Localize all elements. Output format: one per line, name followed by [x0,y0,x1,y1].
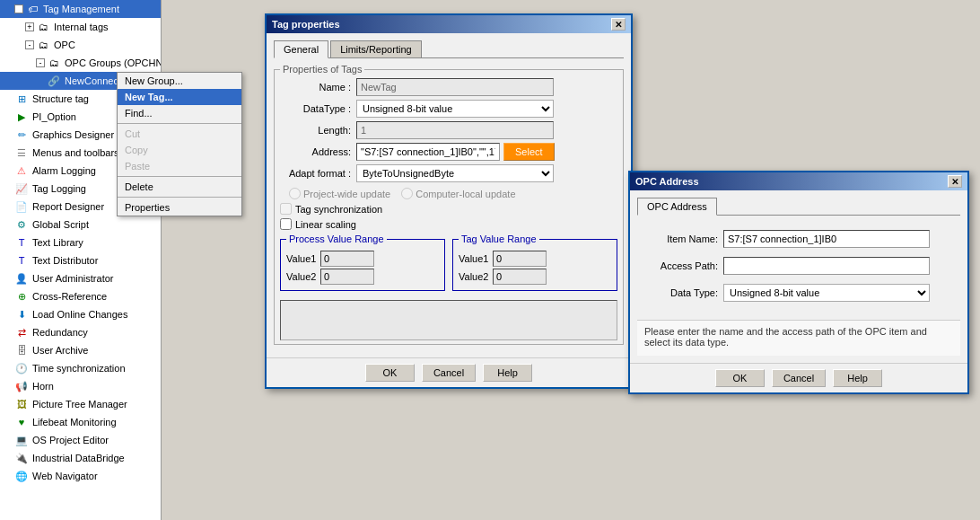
sidebar-item-tag-management[interactable]: - 🏷 Tag Management [0,0,161,18]
pvr-value2-input[interactable] [320,269,374,285]
sidebar-item-horn[interactable]: 📢 Horn [0,377,161,395]
opc-address-status-text: Please enter the name and the access pat… [637,320,960,356]
name-input[interactable] [356,78,554,96]
tag-properties-ok-btn[interactable]: OK [365,364,415,382]
data-type-select[interactable]: Unsigned 8-bit value [723,284,930,302]
sidebar-label: User Archive [32,345,88,356]
sidebar-item-user-archive[interactable]: 🗄 User Archive [0,341,161,359]
linear-scaling-checkbox[interactable] [280,218,292,230]
sidebar-item-opc-groups[interactable]: - 🗂 OPC Groups (OPCHN Unit #1) [0,54,161,72]
context-menu-sep1 [118,123,241,124]
opc-address-content: OPC Address Item Name: Access Path: Data… [630,190,967,363]
sidebar-label: Report Designer [32,201,104,212]
sidebar-item-lifebeat-monitoring[interactable]: ♥ Lifebeat Monitoring [0,413,161,431]
sidebar-label: Structure tag [32,93,89,104]
tag-value-range: Tag Value Range Value1 Value2 [452,234,617,291]
sidebar-item-user-administrator[interactable]: 👤 User Administrator [0,269,161,287]
length-row: Length: [280,121,617,139]
context-menu-delete[interactable]: Delete [118,179,241,195]
sidebar-label: Time synchronization [32,363,126,374]
sidebar-item-load-online-changes[interactable]: ⬇ Load Online Changes [0,305,161,323]
pvr-value1-input[interactable] [320,251,374,267]
pi-option-icon: ▶ [14,110,29,124]
pvr-value2-row: Value2 [286,269,439,285]
pvr-value1-row: Value1 [286,251,439,267]
opc-address-fields: Item Name: Access Path: Data Type: Unsig… [637,221,960,320]
tag-properties-close-btn[interactable]: ✕ [611,18,626,31]
expand-icon[interactable]: - [14,4,23,13]
item-name-input[interactable] [723,230,930,248]
opc-address-titlebar: OPC Address ✕ [630,172,967,190]
tab-general[interactable]: General [274,40,328,58]
sidebar-label: PI_Option [32,111,76,122]
tvr-value1-label: Value1 [459,253,493,264]
cross-reference-icon: ⊕ [14,289,29,304]
sidebar-item-redundancy[interactable]: ⇄ Redundancy [0,323,161,341]
address-input[interactable] [356,143,500,161]
computer-local-update-radio[interactable] [401,188,413,199]
context-menu-new-group[interactable]: New Group... [118,73,241,89]
tag-properties-cancel-btn[interactable]: Cancel [422,364,476,382]
opc-address-tabs: OPC Address [637,198,960,216]
datatype-row: DataType : Unsigned 8-bit value [280,100,617,118]
tab-limits-reporting[interactable]: Limits/Reporting [330,40,421,57]
tvr-value2-input[interactable] [493,269,547,285]
expand-icon[interactable]: - [25,40,34,49]
select-button[interactable]: Select [503,143,555,161]
sidebar-item-text-library[interactable]: T Text Library [0,234,161,251]
text-distributor-icon: T [14,253,29,268]
user-administrator-icon: 👤 [14,271,29,286]
sidebar-label: Load Online Changes [32,309,127,320]
sidebar-item-cross-reference[interactable]: ⊕ Cross-Reference [0,287,161,305]
sidebar-item-text-distributor[interactable]: T Text Distributor [0,251,161,269]
redundancy-icon: ⇄ [14,325,29,339]
adapt-format-label: Adapt format : [280,168,356,179]
tag-properties-help-btn[interactable]: Help [483,364,532,382]
load-online-changes-icon: ⬇ [14,307,29,322]
linear-scaling-row: Linear scaling [280,218,617,230]
sidebar-label: Text Distributor [32,255,98,266]
length-input[interactable] [356,121,554,139]
sidebar-item-global-script[interactable]: ⚙ Global Script [0,216,161,234]
sidebar-label: Lifebeat Monitoring [32,417,117,427]
opc-address-ok-btn[interactable]: OK [715,369,765,387]
sidebar-item-web-navigator[interactable]: 🌐 Web Navigator [0,467,161,485]
sidebar-item-os-project-editor[interactable]: 💻 OS Project Editor [0,431,161,449]
opc-address-help-btn[interactable]: Help [833,369,882,387]
opc-icon: 🗂 [36,38,50,52]
sidebar-item-opc[interactable]: - 🗂 OPC [0,36,161,54]
tvr-value1-input[interactable] [493,251,547,267]
tab-opc-address[interactable]: OPC Address [637,198,717,216]
horn-icon: 📢 [14,379,29,393]
value-ranges: Process Value Range Value1 Value2 Tag Va… [280,234,617,296]
access-path-input[interactable] [723,257,930,275]
adapt-format-select[interactable]: ByteToUnsignedByte [356,164,554,182]
opc-address-cancel-btn[interactable]: Cancel [772,369,826,387]
sidebar-label: Global Script [32,219,89,230]
pvr-value2-label: Value2 [286,271,320,282]
datatype-select[interactable]: Unsigned 8-bit value [356,100,554,118]
context-menu-new-tag[interactable]: New Tag... [118,89,241,105]
expand-icon[interactable]: - [36,58,45,67]
expand-icon[interactable]: + [25,22,34,31]
sidebar-item-time-sync[interactable]: 🕐 Time synchronization [0,359,161,377]
sidebar-item-industrial-databridge[interactable]: 🔌 Industrial DataBridge [0,449,161,467]
project-wide-update-radio[interactable] [289,188,301,199]
context-menu-find[interactable]: Find... [118,105,241,121]
tvr-value1-row: Value1 [459,251,611,267]
tvr-value2-row: Value2 [459,269,611,285]
name-row: Name : [280,78,617,96]
context-menu-properties[interactable]: Properties [118,199,241,216]
opc-address-close-btn[interactable]: ✕ [948,175,962,188]
industrial-databridge-icon: 🔌 [14,451,29,465]
tag-sync-checkbox[interactable] [280,203,292,215]
sidebar-label: OPC [54,40,75,50]
sidebar-item-internal-tags[interactable]: + 🗂 Internal tags [0,18,161,36]
sidebar-item-picture-tree-manager[interactable]: 🖼 Picture Tree Manager [0,395,161,413]
tag-management-icon: 🏷 [25,2,39,16]
sidebar-label: Tag Logging [32,183,86,194]
tag-properties-content: General Limits/Reporting Properties of T… [267,33,631,357]
process-value-range: Process Value Range Value1 Value2 [280,234,445,291]
sidebar-label: Tag Management [43,4,119,14]
item-name-row: Item Name: [643,230,955,248]
